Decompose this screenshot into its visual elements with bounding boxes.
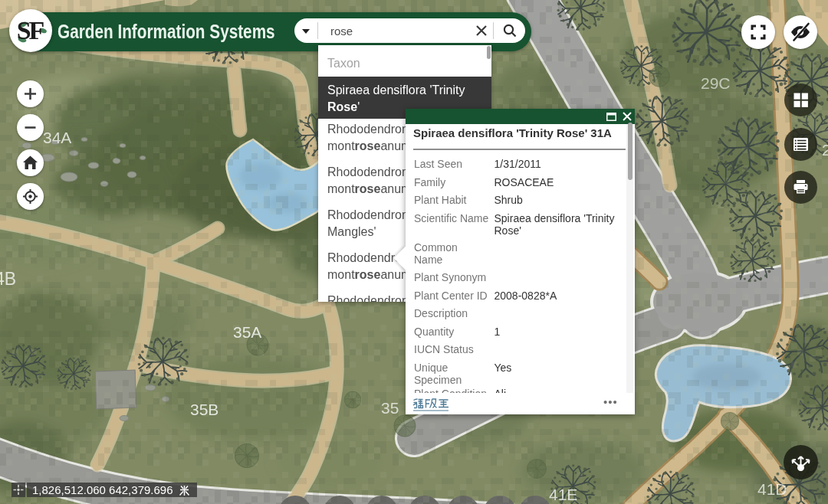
svg-text:2: 2 [822, 141, 828, 159]
svg-text:29C: 29C [701, 74, 731, 92]
svg-text:35: 35 [381, 399, 399, 417]
svg-text:41D: 41D [757, 480, 787, 498]
svg-text:35B: 35B [190, 401, 219, 418]
svg-text:35A: 35A [233, 323, 261, 341]
svg-text:34A: 34A [43, 129, 71, 146]
svg-text:41E: 41E [549, 486, 577, 503]
svg-text:4B: 4B [0, 269, 16, 289]
